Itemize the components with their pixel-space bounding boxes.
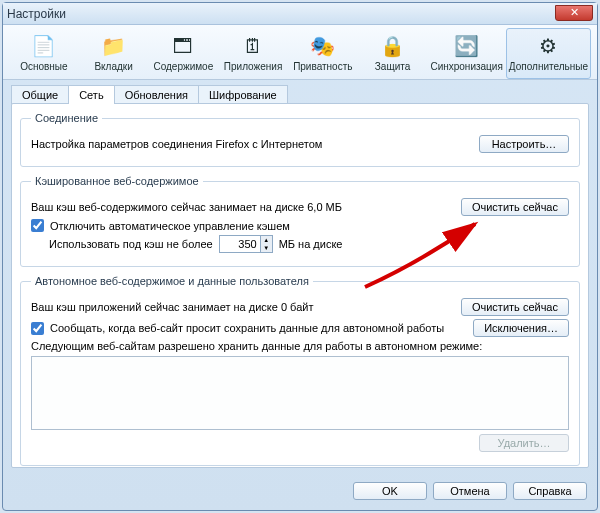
pane-icon: 🗔: [169, 33, 197, 59]
offline-legend: Автономное веб-содержимое и данные польз…: [31, 275, 313, 287]
folder-icon: 📁: [100, 33, 128, 59]
offline-notify-label: Сообщать, когда веб-сайт просит сохранит…: [50, 322, 444, 334]
network-pane: Соединение Настройка параметров соединен…: [11, 103, 589, 468]
cache-limit-spinner[interactable]: ▲▼: [219, 235, 273, 253]
connection-settings-button[interactable]: Настроить…: [479, 135, 569, 153]
gear-icon: ⚙: [534, 33, 562, 59]
lock-icon: 🔒: [379, 33, 407, 59]
cat-tabs[interactable]: 📁Вкладки: [79, 28, 149, 79]
spin-down-icon[interactable]: ▼: [260, 244, 272, 252]
cat-advanced[interactable]: ⚙Дополнительные: [506, 28, 591, 79]
cache-group: Кэшированное веб-содержимое Ваш кэш веб-…: [20, 175, 580, 267]
mask-icon: 🎭: [309, 33, 337, 59]
cat-security[interactable]: 🔒Защита: [358, 28, 428, 79]
cat-content[interactable]: 🗔Содержимое: [148, 28, 218, 79]
offline-exceptions-button[interactable]: Исключения…: [473, 319, 569, 337]
titlebar: Настройки ✕: [3, 3, 597, 25]
clear-offline-button[interactable]: Очистить сейчас: [461, 298, 569, 316]
ok-button[interactable]: OK: [353, 482, 427, 500]
help-button[interactable]: Справка: [513, 482, 587, 500]
override-cache-checkbox[interactable]: [31, 219, 44, 232]
cache-limit-suffix: МБ на диске: [279, 238, 343, 250]
override-cache-label: Отключить автоматическое управление кэше…: [50, 220, 290, 232]
offline-list-label: Следующим веб-сайтам разрешено хранить д…: [31, 340, 569, 352]
cat-privacy[interactable]: 🎭Приватность: [288, 28, 358, 79]
tab-encryption[interactable]: Шифрование: [198, 85, 288, 104]
tab-general[interactable]: Общие: [11, 85, 69, 104]
remove-site-button: Удалить…: [479, 434, 569, 452]
advanced-subtabs: Общие Сеть Обновления Шифрование: [3, 80, 597, 103]
offline-group: Автономное веб-содержимое и данные польз…: [20, 275, 580, 466]
connection-legend: Соединение: [31, 112, 102, 124]
sync-icon: 🔄: [453, 33, 481, 59]
cat-general[interactable]: 📄Основные: [9, 28, 79, 79]
offline-usage: Ваш кэш приложений сейчас занимает на ди…: [31, 301, 313, 313]
close-button[interactable]: ✕: [555, 5, 593, 21]
cache-limit-input[interactable]: [220, 236, 260, 252]
tab-network[interactable]: Сеть: [68, 85, 114, 104]
offline-notify-checkbox[interactable]: [31, 322, 44, 335]
category-toolbar: 📄Основные 📁Вкладки 🗔Содержимое 🗓Приложен…: [3, 25, 597, 80]
page-icon: 📄: [30, 33, 58, 59]
connection-group: Соединение Настройка параметров соединен…: [20, 112, 580, 167]
offline-site-list[interactable]: [31, 356, 569, 430]
tab-updates[interactable]: Обновления: [114, 85, 199, 104]
window-title: Настройки: [7, 7, 66, 21]
connection-desc: Настройка параметров соединения Firefox …: [31, 138, 322, 150]
cache-usage: Ваш кэш веб-содержимого сейчас занимает …: [31, 201, 342, 213]
clear-cache-button[interactable]: Очистить сейчас: [461, 198, 569, 216]
spin-up-icon[interactable]: ▲: [260, 236, 272, 244]
cache-limit-prefix: Использовать под кэш не более: [49, 238, 213, 250]
cat-sync[interactable]: 🔄Синхронизация: [427, 28, 505, 79]
dialog-footer: OK Отмена Справка: [3, 476, 597, 510]
cancel-button[interactable]: Отмена: [433, 482, 507, 500]
cat-applications[interactable]: 🗓Приложения: [218, 28, 288, 79]
calendar-icon: 🗓: [239, 33, 267, 59]
cache-legend: Кэшированное веб-содержимое: [31, 175, 203, 187]
